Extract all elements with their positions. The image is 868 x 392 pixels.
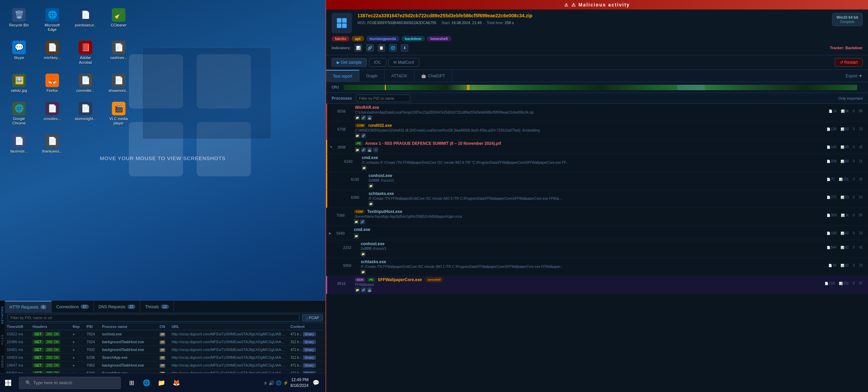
- notification-button[interactable]: 💬: [311, 377, 321, 388]
- tag-backdoor[interactable]: backdoor: [401, 36, 425, 41]
- process-name[interactable]: Annex 1 - IISS PRAGUE DEFENCE SUMMIT (8 …: [365, 141, 501, 146]
- process-sub-icon[interactable]: 📁: [355, 148, 360, 152]
- task-view-button[interactable]: ⊞: [125, 376, 138, 390]
- network-side-tab[interactable]: NETWORK: [0, 305, 5, 325]
- process-name[interactable]: rundll32.exe: [368, 123, 392, 128]
- process-row[interactable]: 6360 schtasks.exe /F /Create /TN FFWallp…: [326, 190, 868, 208]
- process-expand-button[interactable]: ▶: [326, 227, 334, 235]
- network-table-row[interactable]: 15622 ms GET 200: OK ● 7024 svchost.exe …: [5, 330, 326, 338]
- process-row[interactable]: 6708 COM rundll32.exe C:\WINDOWS\System3…: [326, 122, 868, 140]
- process-row[interactable]: 6192 conhost.exe 0xffffffff -ForceV1 📁 📄…: [326, 172, 868, 190]
- desktop-icon-skype[interactable]: 💬 Skype: [7, 39, 31, 66]
- process-expand-button[interactable]: [327, 191, 335, 195]
- network-filter-input[interactable]: [7, 314, 299, 321]
- desktop-icon-crossbrs[interactable]: 📄 crossbrs...: [40, 100, 64, 127]
- process-row[interactable]: 6160 cmd.exe /C schtasks /F /Create /TN …: [326, 154, 868, 172]
- process-sub-icon[interactable]: 🔗: [361, 115, 366, 120]
- network-tab-dns[interactable]: DNS Requests22: [94, 301, 141, 313]
- tag-apt[interactable]: apt: [352, 36, 364, 41]
- process-expand-button[interactable]: [326, 209, 334, 213]
- desktop-icon-vlc[interactable]: 🎬 VLC media player: [106, 100, 131, 127]
- export-button[interactable]: Export ▼: [840, 70, 868, 82]
- files-side-tab[interactable]: FILES: [0, 333, 5, 346]
- get-sample-button[interactable]: ▶ Get sample: [332, 58, 367, 67]
- process-sub-icon[interactable]: 💻: [367, 288, 372, 292]
- indicator-link-icon[interactable]: 🔗: [366, 44, 374, 52]
- process-name[interactable]: conhost.exe: [361, 241, 384, 246]
- process-sub-icon[interactable]: 🔗: [361, 133, 366, 138]
- debug-side-tab[interactable]: DEBUG: [0, 354, 5, 369]
- desktop-icon-ms-edge[interactable]: 🌐 Microsoft Edge: [40, 7, 64, 33]
- desktop-icon-pointssec[interactable]: 📄 pointssecur...: [73, 7, 98, 33]
- tab-chatgpt[interactable]: 🤖 ChatGPT: [414, 70, 452, 82]
- desktop-icon-chrome[interactable]: 🌐 Google Chrome: [7, 100, 31, 127]
- process-sub-icon[interactable]: 📁: [354, 234, 359, 238]
- process-expand-button[interactable]: [326, 241, 334, 246]
- process-name[interactable]: conhost.exe: [369, 173, 392, 178]
- network-tab-conn[interactable]: Connections57: [52, 301, 94, 313]
- process-expand-button[interactable]: [326, 259, 334, 263]
- processes-filter-input[interactable]: [356, 95, 410, 102]
- process-name[interactable]: schtasks.exe: [369, 191, 394, 196]
- process-row[interactable]: 2152 conhost.exe 0xffffffff -ForceV1 📁 📄…: [326, 240, 868, 258]
- desktop-icon-ccleaner[interactable]: 🧹 CCleaner: [106, 7, 131, 33]
- process-row[interactable]: 6556 WinRAR.exe C:\Users\admin\AppData\L…: [326, 104, 868, 122]
- indicator-chart-icon[interactable]: 📊: [355, 44, 362, 52]
- desktop-icon-cashnev[interactable]: 📄 cashnev...: [106, 39, 131, 66]
- desktop-icon-ratiotz[interactable]: 🖼️ ratiotz.jpg: [7, 72, 31, 94]
- desktop-icon-facemsstr[interactable]: 📄 facemstr...: [7, 133, 31, 155]
- process-sub-icon[interactable]: 🔗: [361, 288, 366, 292]
- start-button[interactable]: [0, 373, 16, 392]
- process-sub-icon[interactable]: 📁: [355, 115, 360, 120]
- desktop-icon-committxt[interactable]: 📄 committe...: [73, 72, 98, 94]
- desktop-icon-storesnig[interactable]: 📄 storesnight...: [73, 100, 98, 127]
- firefox-taskbar-button[interactable]: 🦊: [170, 376, 183, 390]
- process-sub-icon[interactable]: ⚙: [373, 148, 378, 152]
- desktop-icon-nrichkey[interactable]: 📄 nrichkey...: [40, 39, 64, 66]
- process-sub-icon[interactable]: 💻: [367, 148, 372, 152]
- process-sub-icon[interactable]: 📁: [354, 219, 359, 224]
- process-sub-icon[interactable]: 📁: [355, 288, 360, 292]
- network-table-row[interactable]: 16401 ms GET 200: OK ● 7032 backgroundTa…: [5, 346, 326, 353]
- tag-mustangpanda[interactable]: mustangpanda: [366, 36, 399, 41]
- process-name[interactable]: TextInputHost.exe: [367, 209, 402, 214]
- tab-text-report[interactable]: Text report: [326, 70, 359, 82]
- process-row[interactable]: 5956 schtasks.exe /F /Create /TN FFWallp…: [326, 258, 868, 276]
- desktop-icon-thankyees[interactable]: 📄 thankyees...: [40, 133, 64, 155]
- process-sub-icon[interactable]: 📁: [369, 183, 373, 188]
- desktop-icon-acrobat[interactable]: 📕 Adobe Acrobat: [73, 39, 98, 66]
- indicator-download-icon[interactable]: ⬇: [401, 44, 408, 52]
- process-sub-icon[interactable]: 🔗: [361, 148, 366, 152]
- process-expand-button[interactable]: ▼: [327, 141, 335, 149]
- edge-taskbar-button[interactable]: 🌐: [140, 376, 153, 390]
- process-expand-button[interactable]: [327, 277, 335, 281]
- process-sub-icon[interactable]: 🔗: [360, 219, 365, 224]
- network-table-row[interactable]: 16403 ms GET 200: OK ● 5336 SearchApp.ex…: [5, 353, 326, 361]
- process-expand-button[interactable]: [327, 123, 335, 127]
- process-sub-icon[interactable]: 📁: [355, 133, 360, 138]
- process-row[interactable]: 7088 COM TextInputHost.exe -ServerName:I…: [326, 208, 868, 226]
- process-sub-icon[interactable]: 💻: [367, 115, 372, 120]
- pcap-download-button[interactable]: ↓ PCAP: [302, 314, 323, 321]
- tab-att-ck[interactable]: ATT&CK: [384, 70, 414, 82]
- process-name[interactable]: cmd.exe: [354, 227, 370, 232]
- desktop-icon-firefox[interactable]: 🦊 Firefox: [40, 72, 64, 94]
- network-tab-threats[interactable]: Threats12: [140, 301, 174, 313]
- network-table-row[interactable]: 16386 ms GET 200: OK ● 7024 backgroundTa…: [5, 338, 326, 346]
- process-sub-icon[interactable]: 📁: [362, 165, 367, 170]
- ioc-button[interactable]: IOC: [369, 58, 386, 67]
- process-name[interactable]: schtasks.exe: [361, 259, 386, 264]
- desktop-icon-recycle-bin[interactable]: 🗑️ Recycle Bin: [7, 7, 31, 33]
- mailconf-button[interactable]: ✉ MailConf: [388, 58, 419, 67]
- process-sub-icon[interactable]: 📁: [369, 201, 373, 206]
- process-row[interactable]: 6516 SCHPE SFFWallpaperCore.exe tomeshel…: [326, 276, 868, 294]
- process-expand-button[interactable]: [327, 173, 335, 177]
- process-sub-icon[interactable]: 📁: [361, 252, 366, 256]
- process-expand-button[interactable]: [327, 155, 335, 159]
- process-name[interactable]: WinRAR.exe: [355, 105, 379, 110]
- network-tab-http[interactable]: HTTP Requests6: [5, 301, 52, 313]
- indicator-network-icon[interactable]: 🌐: [389, 44, 397, 52]
- tag-fakrtis[interactable]: fakrtis: [332, 36, 350, 41]
- tag-tomeshell[interactable]: tomeshell: [427, 36, 451, 41]
- network-table-row[interactable]: 58450 ms GET 200: OK ● 5336 SearchApp.ex…: [5, 369, 326, 373]
